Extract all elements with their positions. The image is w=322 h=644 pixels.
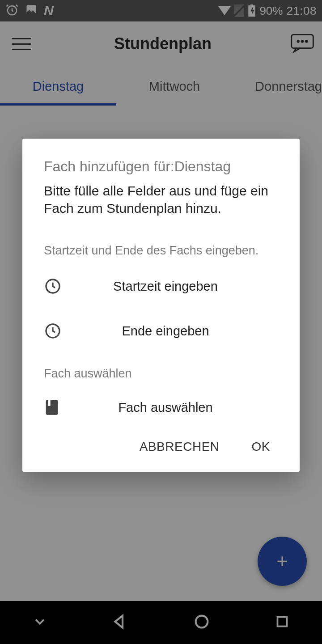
dialog-subtitle: Bitte fülle alle Felder aus und füge ein… (44, 182, 278, 217)
start-time-label: Startzeit eingeben (71, 279, 278, 294)
add-subject-dialog: Fach hinzufügen für:Dienstag Bitte fülle… (22, 139, 300, 472)
clock-icon (44, 277, 71, 295)
clock-icon (44, 322, 71, 340)
start-time-row[interactable]: Startzeit eingeben (44, 277, 278, 295)
subject-row[interactable]: Fach auswählen (44, 398, 278, 416)
svg-rect-13 (48, 400, 51, 406)
end-time-label: Ende eingeben (71, 324, 278, 339)
dialog-overlay[interactable]: Fach hinzufügen für:Dienstag Bitte fülle… (0, 0, 322, 644)
end-time-row[interactable]: Ende eingeben (44, 322, 278, 340)
subject-label: Fach auswählen (71, 400, 278, 415)
svg-rect-12 (46, 400, 58, 415)
class-icon (44, 398, 71, 416)
cancel-button[interactable]: ABBRECHEN (136, 434, 223, 459)
time-section-label: Startzeit und Ende des Fachs eingeben. (44, 244, 278, 258)
ok-button[interactable]: OK (248, 434, 274, 459)
subject-section-label: Fach auswählen (44, 367, 278, 381)
dialog-title: Fach hinzufügen für:Dienstag (44, 158, 278, 175)
